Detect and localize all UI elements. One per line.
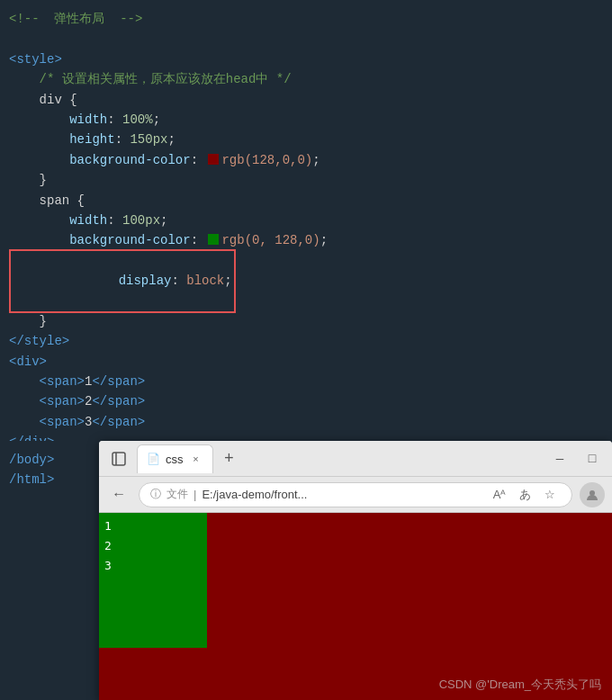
watermark: CSDN @'Dream_今天秃头了吗 xyxy=(439,677,601,693)
code-token: span { xyxy=(9,191,85,211)
code-line: background-color: rgb(128,0,0); xyxy=(0,150,612,170)
code-token: ; xyxy=(153,110,160,130)
span-1: 1 xyxy=(104,516,202,536)
new-tab-button[interactable]: + xyxy=(217,446,242,471)
editor-bottom: /body> /html> xyxy=(0,441,99,700)
code-token: /html> xyxy=(9,470,54,489)
code-token: background-color xyxy=(9,150,191,170)
tab-label: css xyxy=(166,453,184,466)
code-token: rgb(128,0,0) xyxy=(221,150,312,170)
tab-file-icon: 📄 xyxy=(147,453,160,465)
browser-titlebar: 📄 css × + — □ xyxy=(99,441,612,477)
code-token: 100px xyxy=(122,211,160,230)
code-token: ; xyxy=(167,130,175,149)
reading-mode-icon[interactable]: あ xyxy=(514,484,536,506)
code-line: /body> xyxy=(0,450,99,470)
code-token: 150px xyxy=(130,130,167,149)
code-token: /* 设置相关属性，原本应该放在head中 */ xyxy=(9,69,292,89)
code-token: width xyxy=(9,211,107,230)
span-2: 2 xyxy=(104,536,202,556)
code-line: <span>3</span> xyxy=(0,412,612,432)
code-token: : xyxy=(115,130,130,149)
browser-window: 📄 css × + — □ ← ⓘ 文件 | E:/java-demo/fron… xyxy=(99,441,612,700)
address-text: E:/java-demo/front... xyxy=(202,488,307,501)
code-editor: <!-- 弹性布局 --> <style> /* 设置相关属性，原本应该放在he… xyxy=(0,0,612,459)
span-3: 3 xyxy=(104,556,202,576)
code-line: /* 设置相关属性，原本应该放在head中 */ xyxy=(0,69,612,89)
reader-view-icon[interactable]: Aᴬ xyxy=(489,484,510,506)
code-line: <!-- 弹性布局 --> xyxy=(0,9,612,29)
code-token: : xyxy=(107,110,122,130)
code-line: /html> xyxy=(0,470,99,489)
code-token: </span> xyxy=(92,391,145,411)
color-swatch-red xyxy=(208,154,219,165)
profile-button[interactable] xyxy=(580,482,605,507)
code-token: </span> xyxy=(92,412,145,432)
code-line xyxy=(0,29,612,49)
webpage-content: 1 2 3 CSDN @'Dream_今天秃头了吗 xyxy=(99,513,612,700)
code-line-highlighted: display: block; xyxy=(0,251,612,311)
svg-rect-0 xyxy=(112,453,125,465)
code-token: : xyxy=(107,211,122,230)
code-token: ; xyxy=(224,274,231,288)
code-token: display xyxy=(58,274,171,288)
file-label: 文件 xyxy=(166,487,188,502)
tab-css[interactable]: 📄 css × xyxy=(137,444,213,473)
code-token: <div> xyxy=(9,352,47,372)
code-line: <span>1</span> xyxy=(0,372,612,391)
code-line: span { xyxy=(0,191,612,211)
code-line: } xyxy=(0,170,612,190)
code-token: : xyxy=(191,230,206,250)
code-token: <!-- 弹性布局 --> xyxy=(9,9,142,29)
code-token: : xyxy=(191,150,206,170)
code-token: 3 xyxy=(85,412,92,432)
code-token: ; xyxy=(312,150,320,170)
code-token: } xyxy=(9,311,47,331)
code-token: <span> xyxy=(9,412,85,432)
code-line: height: 150px; xyxy=(0,130,612,149)
code-token: background-color xyxy=(9,230,191,250)
code-token: ; xyxy=(320,230,328,250)
highlight-box: display: block; xyxy=(9,249,236,313)
code-token: block xyxy=(186,274,224,288)
code-token: rgb(0, 128,0) xyxy=(221,230,320,250)
code-line: <style> xyxy=(0,49,612,69)
code-line: width: 100px; xyxy=(0,211,612,230)
address-bar: ← ⓘ 文件 | E:/java-demo/front... Aᴬ あ ☆ xyxy=(99,477,612,513)
code-token: /body> xyxy=(9,450,54,470)
info-icon: ⓘ xyxy=(150,487,161,502)
code-line: <div> xyxy=(0,352,612,372)
address-input[interactable]: ⓘ 文件 | E:/java-demo/front... Aᴬ あ ☆ xyxy=(139,482,572,507)
code-line: width: 100%; xyxy=(0,110,612,130)
tab-close-button[interactable]: × xyxy=(189,452,203,466)
code-token: height xyxy=(9,130,115,149)
code-token: 1 xyxy=(85,372,92,391)
favorites-icon[interactable]: ☆ xyxy=(539,484,561,506)
code-token: <span> xyxy=(9,391,85,411)
tab-bar: 📄 css × + xyxy=(137,444,542,473)
back-button[interactable]: ← xyxy=(106,482,131,507)
maximize-button[interactable]: □ xyxy=(580,446,605,471)
code-line: <span>2</span> xyxy=(0,391,612,411)
code-token: 2 xyxy=(85,391,92,411)
code-token: <span> xyxy=(9,372,85,391)
code-token: div { xyxy=(9,90,77,110)
color-swatch-green xyxy=(208,234,219,245)
code-token: } xyxy=(9,170,47,190)
address-bar-icons: Aᴬ あ ☆ xyxy=(489,484,561,506)
code-line: div { xyxy=(0,90,612,110)
code-token: : xyxy=(171,274,186,288)
code-token: 100% xyxy=(122,110,153,130)
window-controls: — □ xyxy=(547,446,605,471)
code-token: </span> xyxy=(92,372,145,391)
green-box: 1 2 3 xyxy=(99,513,207,648)
code-token: <style> xyxy=(9,49,62,69)
minimize-button[interactable]: — xyxy=(547,446,572,471)
code-token: ; xyxy=(160,211,167,230)
code-token: width xyxy=(9,110,107,130)
code-line: } xyxy=(0,311,612,331)
sidebar-toggle-button[interactable] xyxy=(106,446,131,471)
code-line: </style> xyxy=(0,331,612,351)
code-token: </style> xyxy=(9,331,69,351)
code-line: background-color: rgb(0, 128,0); xyxy=(0,230,612,250)
